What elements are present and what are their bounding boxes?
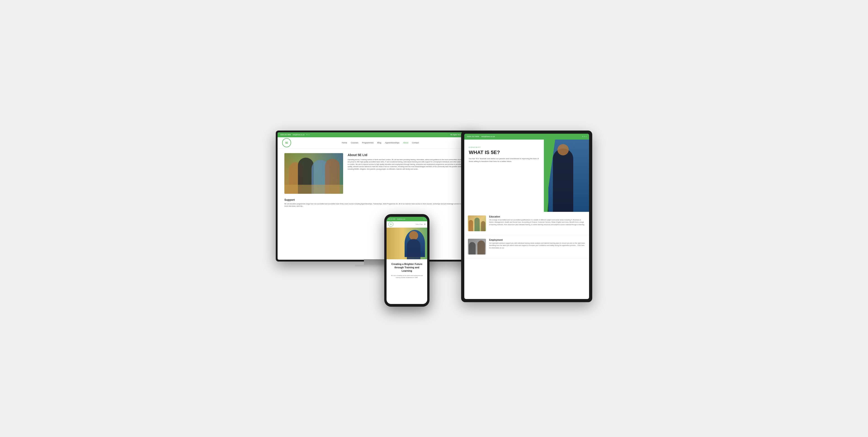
nav-blog[interactable]: Blog (377, 142, 381, 144)
tablet-email: info@5vee.co.uk (481, 135, 495, 138)
monitor-screen: 0208 252 5656 info@5vee.co.uk f t r 5E D… (278, 132, 477, 260)
tablet-hero-image (544, 140, 589, 212)
nav-apprenticeships[interactable]: Apprenticeships (385, 142, 399, 144)
phone-number: 0208 252 5656 (388, 218, 395, 220)
desktop-topbar-left: 0208 252 5656 info@5vee.co.uk f t r (280, 134, 309, 135)
about-body: Operating across 7 training centres in N… (348, 159, 471, 170)
phone: 0208 252 5656 info@5vee.co.uk f t r 5E S… (384, 214, 430, 307)
desktop-hero-image (284, 153, 343, 194)
phone-topbar: 0208 252 5656 info@5vee.co.uk f t r (386, 217, 427, 221)
desktop-content: About 5E Ltd Operating across 7 training… (278, 148, 477, 198)
phone-hero-image (386, 228, 427, 259)
tablet-person-image (548, 140, 589, 212)
phone-email: info@5vee.co.uk (397, 218, 405, 220)
phone-screen: 0208 252 5656 info@5vee.co.uk f t r 5E S… (386, 217, 427, 304)
desktop-topbar: 0208 252 5656 info@5vee.co.uk f t r 5E D… (278, 132, 477, 137)
tablet-hero-text: CONCEPT WHAT IS 5E? Our five "E's" illus… (464, 140, 544, 212)
about-title: About 5E Ltd (348, 153, 471, 157)
desktop-nav-links: Home Courses Programmes Blog Apprentices… (342, 142, 419, 144)
phone-facebook-icon[interactable]: f (423, 218, 424, 220)
scene: 0208 252 5656 info@5vee.co.uk f t r 5E D… (276, 131, 592, 307)
phone-cta-title: Creating a Brighter Future through Train… (389, 262, 425, 273)
tablet-hero-desc: Our five "E's" illustrate and define our… (469, 158, 539, 163)
nav-home[interactable]: Home (342, 142, 347, 144)
support-body: 5E Ltd education programmes range from n… (284, 203, 471, 207)
phone-rss-icon[interactable]: r (426, 218, 426, 220)
tablet-employment-image (468, 239, 486, 255)
phone-logo[interactable]: 5E (388, 222, 393, 227)
tablet-social-icons: f t r (583, 135, 586, 138)
tablet-hero-title: WHAT IS 5E? (469, 150, 539, 155)
phone-cta: Creating a Brighter Future through Train… (386, 259, 427, 280)
phone-cta-subtitle: 5E Ltd is a leading not for profit socia… (389, 275, 425, 279)
tablet-rss-icon[interactable]: r (586, 135, 586, 138)
phone-nav-right: Select Page ≡ (415, 223, 426, 225)
nav-courses[interactable]: Courses (351, 142, 359, 144)
tablet-topbar-text: 0208 252 5656 info@5vee.co.uk (467, 135, 495, 138)
rss-icon[interactable]: r (309, 134, 309, 135)
monitor-frame: 0208 252 5656 info@5vee.co.uk f t r 5E D… (276, 131, 479, 262)
phone-frame: 0208 252 5656 info@5vee.co.uk f t r 5E S… (384, 214, 430, 307)
desktop-monitor: 0208 252 5656 info@5vee.co.uk f t r 5E D… (276, 131, 479, 266)
nav-contact[interactable]: Contact (412, 142, 419, 144)
nav-about[interactable]: About (403, 142, 408, 144)
phone-social-icons: f t r (423, 218, 426, 220)
desktop-logo[interactable]: 5E (282, 138, 291, 147)
desktop-about-section: About 5E Ltd Operating across 7 training… (348, 153, 471, 194)
select-page-label: Select Page (415, 224, 423, 225)
tablet-facebook-icon[interactable]: f (583, 135, 583, 138)
tablet: 0208 252 5656 info@5vee.co.uk f t r CONC… (461, 131, 592, 302)
tablet-twitter-icon[interactable]: t (584, 135, 585, 138)
hamburger-menu-icon[interactable]: ≡ (424, 223, 426, 225)
tablet-employment-section: Employment Our specialist advisors suppo… (464, 235, 589, 258)
desktop-phone: 0208 252 5656 (280, 134, 291, 135)
phone-person-image (405, 230, 425, 257)
tablet-education-image (468, 215, 486, 231)
support-title: Support (284, 198, 471, 201)
phone-topbar-text: 0208 252 5656 info@5vee.co.uk (388, 218, 405, 220)
education-title: Education (489, 215, 585, 218)
tablet-hero: CONCEPT WHAT IS 5E? Our five "E's" illus… (464, 140, 589, 212)
tablet-phone: 0208 252 5656 (467, 135, 479, 138)
tablet-employment-content: Employment Our specialist advisors suppo… (489, 239, 585, 255)
education-text: Via a range of accredited and non-accred… (489, 219, 585, 226)
phone-nav: 5E Select Page ≡ (386, 221, 427, 228)
desktop-social-icons: f t r (306, 134, 309, 135)
phone-twitter-icon[interactable]: t (424, 218, 425, 220)
tablet-frame: 0208 252 5656 info@5vee.co.uk f t r CONC… (461, 131, 592, 302)
twitter-icon[interactable]: t (308, 134, 308, 135)
desktop-email: info@5vee.co.uk (293, 134, 305, 135)
desktop-support-section: Support 5E Ltd education programmes rang… (278, 198, 477, 212)
tablet-topbar: 0208 252 5656 info@5vee.co.uk f t r (464, 134, 589, 140)
desktop-nav: 5E Home Courses Programmes Blog Apprenti… (278, 137, 477, 148)
tablet-screen: 0208 252 5656 info@5vee.co.uk f t r CONC… (464, 134, 589, 299)
facebook-icon[interactable]: f (306, 134, 307, 135)
tablet-education-content: Education Via a range of accredited and … (489, 215, 585, 231)
employment-title: Employment (489, 239, 585, 241)
nav-programmes[interactable]: Programmes (362, 142, 374, 144)
concept-label: CONCEPT (469, 146, 539, 148)
tablet-education-section: Education Via a range of accredited and … (464, 212, 589, 235)
employment-text: Our specialist advisors support you with… (489, 242, 585, 249)
